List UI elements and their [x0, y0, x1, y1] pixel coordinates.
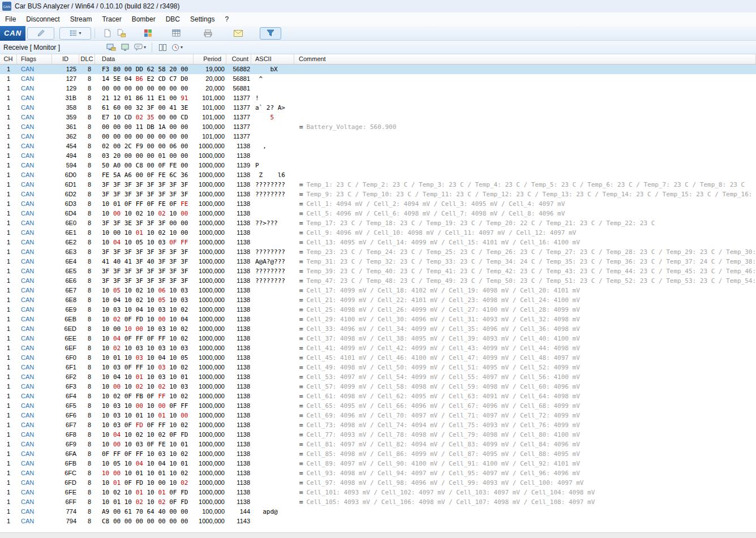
menu-tracer[interactable]: Tracer	[97, 13, 126, 25]
table-row[interactable]: 1CAN6E083F 3F 3E 3F 3F 3F 00 00 1000,000…	[0, 218, 756, 228]
menu-dbc[interactable]: DBC	[161, 13, 185, 25]
column-header-flags[interactable]: Flags	[17, 54, 52, 64]
table-row[interactable]: 1CAN6E1810 00 10 01 10 02 10 00 1000,000…	[0, 228, 756, 238]
cell-ascii	[251, 459, 294, 468]
pencil-icon	[37, 29, 45, 37]
table-row[interactable]: 1CAN6F0810 01 10 03 10 04 10 05 1000,000…	[0, 353, 756, 363]
table-row[interactable]: 1CAN7948C8 00 00 00 00 00 00 00 1000,000…	[0, 517, 756, 526]
cell-data: 3F 3F 3F 3F 3F 3F 3F 3F	[95, 266, 194, 276]
table-row[interactable]: 1CAN6FD810 01 0F FD 10 00 10 02 1000,000…	[0, 478, 756, 488]
column-header-dlc[interactable]: DLC	[79, 54, 95, 64]
receive-log-button[interactable]	[104, 41, 118, 54]
document-mail-button[interactable]	[115, 27, 128, 40]
toolbar-separator	[94, 28, 95, 38]
table-row[interactable]: 1CAN127814 5E 04 B6 E2 CD C7 D0 20,00056…	[0, 74, 756, 84]
table-row[interactable]: 1CAN6D08FE 5A A6 00 0F FE 6C 36 1000,000…	[0, 170, 756, 180]
table-row[interactable]: 1CAN6E2810 04 10 05 10 03 0F FF 1000,000…	[0, 238, 756, 247]
grid-filler	[0, 526, 756, 532]
stream-list-button[interactable]: ▾	[59, 27, 91, 40]
table-row[interactable]: 1CAN1258F3 80 00 DD 62 58 20 00 19,00056…	[0, 64, 756, 74]
cell-dlc: 8	[79, 170, 95, 180]
table-row[interactable]: 1CAN6E583F 3F 3F 3F 3F 3F 3F 3F 1000,000…	[0, 266, 756, 276]
table-row[interactable]: 1CAN6D4810 00 10 02 10 02 10 00 1000,000…	[0, 209, 756, 218]
column-header-data[interactable]: Data	[95, 54, 194, 64]
edit-button[interactable]	[27, 27, 54, 40]
table-row[interactable]: 1CAN6F4810 02 0F FB 0F FF 10 02 1000,000…	[0, 391, 756, 401]
table-row[interactable]: 1CAN6EF810 02 10 03 10 03 10 03 1000,000…	[0, 343, 756, 353]
table-row[interactable]: 1CAN129800 00 00 00 00 00 00 00 20,00056…	[0, 84, 756, 93]
table-row[interactable]: 1CAN358861 60 00 32 3F 00 41 3E 101,0001…	[0, 103, 756, 113]
table-row[interactable]: 1CAN6F3810 00 10 02 10 02 10 03 1000,000…	[0, 382, 756, 391]
filter-funnel-icon	[266, 29, 275, 37]
table-row[interactable]: 1CAN6E9810 03 10 04 10 03 10 02 1000,000…	[0, 305, 756, 315]
table-row[interactable]: 1CAN6D283F 3F 3F 3F 3F 3F 3F 3F 1000,000…	[0, 190, 756, 199]
table-row[interactable]: 1CAN6FB810 05 10 04 10 04 10 01 1000,000…	[0, 459, 756, 468]
send-mail-button[interactable]	[231, 27, 245, 40]
cell-dlc: 8	[79, 295, 95, 305]
comments-button[interactable]: ▾	[132, 41, 148, 54]
table-row[interactable]: 1CAN594850 A0 00 C8 00 0F FE 00 1000,000…	[0, 161, 756, 170]
column-header-ch[interactable]: CH	[0, 54, 17, 64]
menu-help[interactable]: ?	[220, 13, 234, 25]
print-button[interactable]	[201, 27, 214, 40]
table-row[interactable]: 1CAN361800 00 00 11 DB 1A 00 00 100,0001…	[0, 122, 756, 132]
table-row[interactable]: 1CAN362800 00 00 00 00 00 00 00 101,0001…	[0, 132, 756, 141]
column-header-ascii[interactable]: ASCII	[251, 54, 294, 64]
table-row[interactable]: 1CAN3598E7 10 CD 02 35 00 00 CD 101,0001…	[0, 113, 756, 122]
table-row[interactable]: 1CAN6E683F 3F 3F 3F 3F 3F 3F 3F 1000,000…	[0, 276, 756, 286]
table-row[interactable]: 1CAN6F7810 03 0F FD 0F FF 10 02 1000,000…	[0, 420, 756, 430]
monitor-view-button[interactable]	[118, 41, 132, 54]
cell-flags: CAN	[17, 266, 52, 276]
cell-ascii	[251, 478, 294, 488]
table-row[interactable]: 1CAN6EE810 04 0F FF 0F FF 10 02 1000,000…	[0, 334, 756, 343]
cell-count: 1138	[226, 209, 251, 218]
signal-icon: ≡	[299, 412, 303, 419]
signal-icon: ≡	[299, 364, 303, 371]
table-row[interactable]: 1CAN6E8810 04 10 02 10 05 10 03 1000,000…	[0, 295, 756, 305]
table-row[interactable]: 1CAN6E7810 05 10 02 10 06 10 03 1000,000…	[0, 286, 756, 295]
menu-disconnect[interactable]: Disconnect	[21, 13, 65, 25]
menu-file[interactable]: File	[0, 13, 21, 25]
cell-dlc: 8	[79, 132, 95, 141]
table-row[interactable]: 1CAN6D183F 3F 3F 3F 3F 3F 3F 3F 1000,000…	[0, 180, 756, 190]
table-row[interactable]: 1CAN6EB810 02 0F FD 10 00 10 04 1000,000…	[0, 315, 756, 324]
filter-button[interactable]	[260, 27, 281, 40]
cell-count: 1138	[226, 440, 251, 449]
app-icon[interactable]: CAN	[2, 2, 11, 11]
table-edit-button[interactable]	[169, 27, 183, 40]
table-row[interactable]: 1CAN6FE810 02 10 01 10 01 0F FD 1000,000…	[0, 488, 756, 497]
cell-flags: CAN	[17, 199, 52, 209]
table-row[interactable]: 1CAN6F9810 00 10 03 0F FE 10 01 1000,000…	[0, 440, 756, 449]
table-row[interactable]: 1CAN6F1810 03 0F FF 10 03 10 02 1000,000…	[0, 363, 756, 372]
table-row[interactable]: 1CAN6FA80F FF 0F FF 10 03 10 02 1000,000…	[0, 449, 756, 459]
table-row[interactable]: 1CAN6F5810 03 10 00 10 00 0F FF 1000,000…	[0, 401, 756, 411]
table-row[interactable]: 1CAN6D3810 01 0F FF 0F FE 0F FE 1000,000…	[0, 199, 756, 209]
table-row[interactable]: 1CAN6F6810 03 10 01 10 01 10 00 1000,000…	[0, 411, 756, 420]
menu-settings[interactable]: Settings	[185, 13, 220, 25]
table-row[interactable]: 1CAN6E4841 40 41 3F 40 3F 3F 3F 1000,000…	[0, 257, 756, 266]
table-row[interactable]: 1CAN6FC810 00 10 01 10 01 10 02 1000,000…	[0, 468, 756, 478]
cell-flags: CAN	[17, 334, 52, 343]
menu-bomber[interactable]: Bomber	[127, 13, 161, 25]
timing-mode-button[interactable]: ▾	[169, 41, 185, 54]
column-header-count[interactable]: Count	[226, 54, 251, 64]
table-row[interactable]: 1CAN7748A9 00 61 70 64 40 00 00 100,0001…	[0, 507, 756, 517]
column-header-period[interactable]: Period	[194, 54, 226, 64]
table-row[interactable]: 1CAN6FF810 01 10 02 10 02 0F FD 1000,000…	[0, 497, 756, 507]
printer-icon	[204, 29, 212, 37]
cell-ascii	[251, 238, 294, 247]
table-row[interactable]: 1CAN31B821 12 01 86 11 E1 00 91 101,0001…	[0, 93, 756, 103]
columns-button[interactable]	[156, 41, 169, 54]
table-row[interactable]: 1CAN454802 00 2C F9 00 00 06 00 1000,000…	[0, 141, 756, 151]
table-row[interactable]: 1CAN6E383F 3F 3F 3F 3F 3F 3F 3F 1000,000…	[0, 247, 756, 257]
column-header-comment[interactable]: Comment	[294, 54, 756, 64]
new-document-button[interactable]	[101, 27, 114, 40]
table-row[interactable]: 1CAN6ED810 00 10 00 10 03 10 02 1000,000…	[0, 324, 756, 334]
color-settings-button[interactable]	[141, 27, 154, 40]
menu-stream[interactable]: Stream	[65, 13, 97, 25]
table-row[interactable]: 1CAN6F2810 04 10 01 10 03 10 01 1000,000…	[0, 372, 756, 382]
table-row[interactable]: 1CAN6F8810 04 10 02 10 02 0F FD 1000,000…	[0, 430, 756, 440]
cell-ascii	[251, 411, 294, 420]
column-header-id[interactable]: ID	[52, 54, 79, 64]
table-row[interactable]: 1CAN494803 20 00 00 00 01 00 00 1000,000…	[0, 151, 756, 161]
